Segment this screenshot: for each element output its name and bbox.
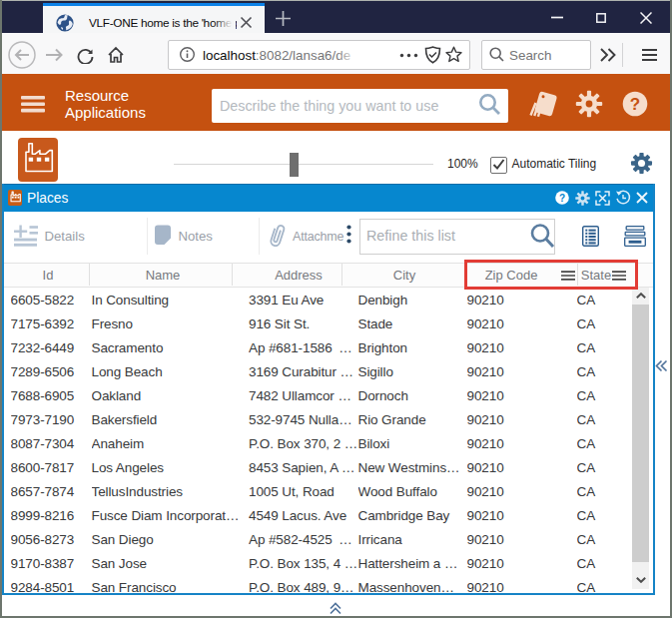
svg-text:?: ? <box>559 193 565 204</box>
svg-text:?: ? <box>630 95 640 114</box>
